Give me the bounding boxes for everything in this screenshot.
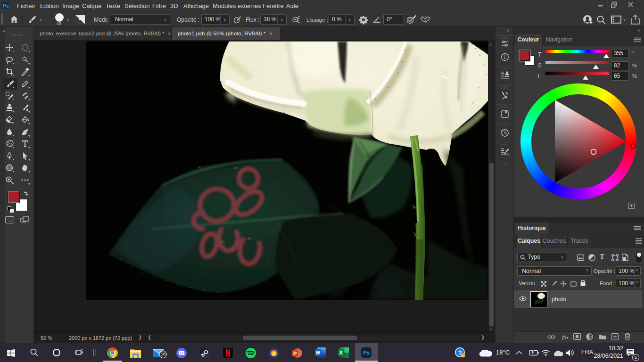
svg-text:▾: ▾ [590,335,592,339]
svg-text:X: X [339,350,343,355]
svg-text:W: W [316,350,321,355]
svg-text:P: P [293,351,297,356]
